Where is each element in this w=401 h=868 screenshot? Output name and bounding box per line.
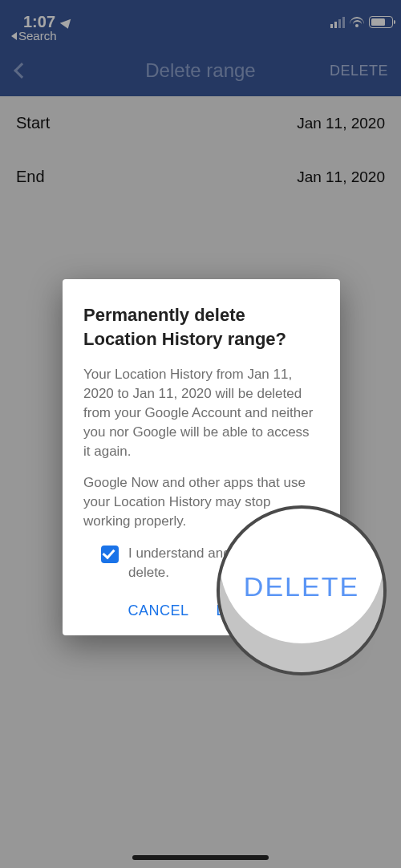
consent-checkbox[interactable] <box>101 546 119 563</box>
dialog-body-1: Your Location History from Jan 11, 2020 … <box>83 365 319 460</box>
dialog-title: Permanently delete Location History rang… <box>83 303 319 351</box>
magnifier-text: DELETE <box>244 571 359 602</box>
cancel-button[interactable]: CANCEL <box>128 602 188 619</box>
magnifier-callout: DELETE <box>217 505 387 675</box>
home-indicator[interactable] <box>132 855 269 860</box>
